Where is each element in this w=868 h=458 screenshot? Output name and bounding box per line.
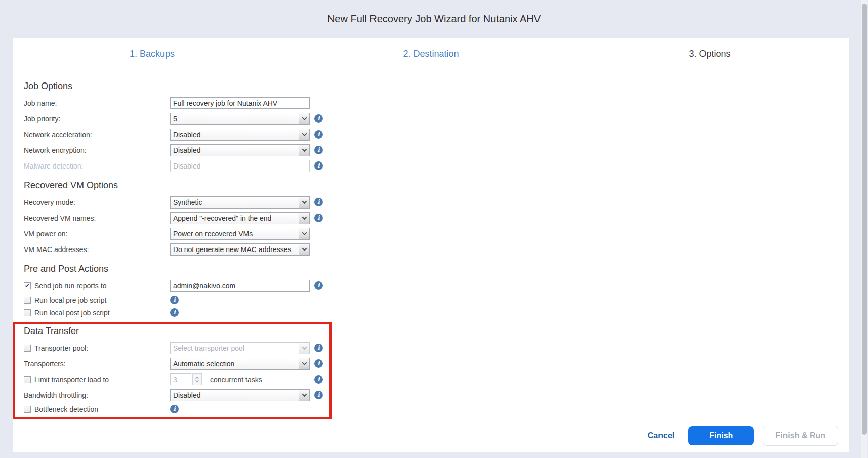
recovery-mode-select[interactable]: Synthetic xyxy=(170,196,310,209)
section-heading: Recovered VM Options xyxy=(24,180,838,191)
limit-load-label: Limit transporter load to xyxy=(34,376,109,384)
recovered-vm-names-row: Recovered VM names: Append "-recovered" … xyxy=(24,210,838,226)
wizard-steps: 1. Backups 2. Destination 3. Options xyxy=(13,38,849,70)
transporters-label: Transporters: xyxy=(24,360,170,368)
info-icon[interactable]: i xyxy=(314,344,323,352)
spinner-stepper xyxy=(192,373,202,385)
recovery-mode-label: Recovery mode: xyxy=(24,198,170,206)
chevron-down-icon xyxy=(299,228,309,239)
bandwidth-throttling-row: Bandwidth throttling: Disabled i xyxy=(24,387,838,403)
malware-detection-select: Disabled xyxy=(170,160,310,172)
info-icon[interactable]: i xyxy=(314,214,323,222)
chevron-down-icon xyxy=(299,113,309,124)
job-priority-label: Job priority: xyxy=(24,115,170,123)
section-heading: Pre and Post Actions xyxy=(24,264,838,274)
info-icon[interactable]: i xyxy=(314,130,323,139)
info-icon[interactable]: i xyxy=(170,296,179,304)
concurrent-tasks-input: 3 xyxy=(170,373,191,385)
chevron-down-icon xyxy=(299,197,309,208)
network-encryption-select[interactable]: Disabled xyxy=(170,144,310,156)
job-name-row: Job name: xyxy=(24,95,838,111)
chevron-down-icon xyxy=(299,244,309,255)
pre-script-row: Run local pre job script i xyxy=(24,294,838,306)
job-priority-row: Job priority: 5 i xyxy=(24,111,838,127)
concurrent-tasks-suffix: concurrent tasks xyxy=(210,376,262,384)
network-acceleration-select[interactable]: Disabled xyxy=(170,129,310,141)
send-reports-label: Send job run reports to xyxy=(34,282,106,290)
limit-load-row: Limit transporter load to 3 concurrent t… xyxy=(24,371,838,387)
malware-detection-row: Malware detection: Disabled i xyxy=(24,158,838,174)
bottleneck-detection-checkbox[interactable] xyxy=(24,406,31,413)
info-icon[interactable]: i xyxy=(314,391,323,399)
recovered-vm-names-select[interactable]: Append "-recovered" in the end xyxy=(170,212,310,224)
chevron-down-icon xyxy=(299,390,309,401)
network-acceleration-row: Network acceleration: Disabled i xyxy=(24,127,838,142)
transporter-pool-label: Transporter pool: xyxy=(34,344,88,352)
finish-button[interactable]: Finish xyxy=(688,426,754,445)
tab-backups[interactable]: 1. Backups xyxy=(13,49,292,59)
post-script-checkbox[interactable] xyxy=(24,309,31,316)
wizard-footer: Cancel Finish Finish & Run xyxy=(24,414,838,452)
network-encryption-row: Network encryption: Disabled i xyxy=(24,142,838,158)
job-name-input[interactable] xyxy=(170,97,310,109)
pre-script-label: Run local pre job script xyxy=(34,296,106,304)
network-encryption-label: Network encryption: xyxy=(24,146,170,154)
send-reports-row: ✔ Send job run reports to i xyxy=(24,278,838,294)
transporter-pool-select: Select transporter pool xyxy=(170,342,310,354)
section-job-options: Job Options Job name: Job priority: 5 i xyxy=(24,81,838,174)
tab-destination[interactable]: 2. Destination xyxy=(292,49,570,59)
section-heading: Job Options xyxy=(24,81,838,92)
recovered-vm-names-label: Recovered VM names: xyxy=(24,214,170,222)
section-heading: Data Transfer xyxy=(24,326,838,337)
bottleneck-detection-label: Bottleneck detection xyxy=(34,405,98,413)
transporters-select[interactable]: Automatic selection xyxy=(170,358,310,370)
chevron-down-icon xyxy=(299,129,309,140)
info-icon[interactable]: i xyxy=(314,198,323,206)
info-icon[interactable]: i xyxy=(314,359,323,368)
section-recovered-vm-options: Recovered VM Options Recovery mode: Synt… xyxy=(24,180,838,257)
vm-power-on-select[interactable]: Power on recovered VMs xyxy=(170,228,310,240)
recovery-mode-row: Recovery mode: Synthetic i xyxy=(24,194,838,210)
transporter-pool-checkbox[interactable] xyxy=(24,345,31,352)
vm-power-on-row: VM power on: Power on recovered VMs xyxy=(24,226,838,241)
page-title: New Full Recovery Job Wizard for Nutanix… xyxy=(0,0,868,25)
finish-and-run-button[interactable]: Finish & Run xyxy=(763,426,838,446)
network-acceleration-label: Network acceleration: xyxy=(24,131,170,139)
send-reports-checkbox[interactable]: ✔ xyxy=(24,282,31,289)
malware-detection-label: Malware detection: xyxy=(24,162,170,170)
section-pre-post-actions: Pre and Post Actions ✔ Send job run repo… xyxy=(24,264,838,319)
chevron-down-icon xyxy=(299,343,309,354)
info-icon[interactable]: i xyxy=(314,281,323,290)
chevron-down-icon xyxy=(299,145,309,156)
chevron-down-icon xyxy=(299,213,309,224)
pre-script-checkbox[interactable] xyxy=(24,297,31,304)
checkmark-icon: ✔ xyxy=(25,283,30,289)
info-icon[interactable]: i xyxy=(314,161,323,170)
limit-load-checkbox[interactable] xyxy=(24,376,31,383)
post-script-label: Run local post job script xyxy=(34,309,110,317)
info-icon[interactable]: i xyxy=(314,375,323,384)
tab-options[interactable]: 3. Options xyxy=(570,49,849,59)
info-icon[interactable]: i xyxy=(170,308,179,317)
bandwidth-throttling-select[interactable]: Disabled xyxy=(170,389,310,401)
bandwidth-throttling-label: Bandwidth throttling: xyxy=(24,391,170,399)
cancel-button[interactable]: Cancel xyxy=(648,431,674,440)
vm-mac-addresses-select[interactable]: Do not generate new MAC addresses xyxy=(170,243,310,256)
info-icon[interactable]: i xyxy=(314,146,323,154)
section-data-transfer: Data Transfer Transporter pool: Select t… xyxy=(24,326,838,415)
scrollbar-track[interactable] xyxy=(861,0,867,458)
vm-power-on-label: VM power on: xyxy=(24,230,170,238)
post-script-row: Run local post job script i xyxy=(24,306,838,319)
vm-mac-addresses-label: VM MAC addresses: xyxy=(24,245,170,254)
transporter-pool-row: Transporter pool: Select transporter poo… xyxy=(24,340,838,356)
chevron-down-icon xyxy=(299,358,309,369)
vm-mac-addresses-row: VM MAC addresses: Do not generate new MA… xyxy=(24,241,838,257)
job-name-label: Job name: xyxy=(24,99,170,107)
scrollbar-thumb[interactable] xyxy=(862,4,867,435)
info-icon[interactable]: i xyxy=(170,405,179,413)
info-icon[interactable]: i xyxy=(314,114,323,123)
send-reports-email-input[interactable] xyxy=(170,280,310,292)
job-priority-select[interactable]: 5 xyxy=(170,113,310,125)
options-form: Job Options Job name: Job priority: 5 i xyxy=(13,70,849,415)
transporters-row: Transporters: Automatic selection i xyxy=(24,356,838,371)
